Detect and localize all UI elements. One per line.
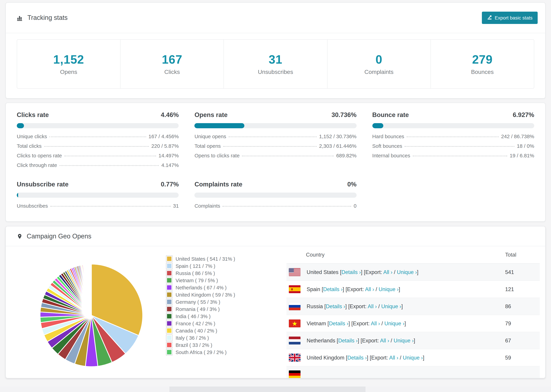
export-icon	[487, 15, 492, 21]
dotted-leader	[223, 206, 351, 207]
rate-row-complaints: Complaints0	[195, 203, 357, 212]
rate-row-unique-clicks: Unique clicks167 / 4.456%	[17, 133, 179, 143]
country-links: [Details ›] [Export: All › / Unique ›]	[346, 355, 424, 360]
rate-row-value: 19 / 6.81%	[510, 153, 534, 158]
rates-card: Clicks rate4.46%Unique clicks167 / 4.456…	[6, 103, 545, 222]
country-name: Russia	[307, 303, 324, 309]
legend-item-india[interactable]: India ( 46 / 3% )	[166, 313, 286, 320]
export-all-link[interactable]: All ›	[389, 355, 398, 360]
rate-block-bounce-rate: Bounce rate6.927%Hard bounces242 / 86.73…	[372, 111, 534, 172]
dotted-leader	[407, 136, 499, 137]
country-cell: Vietnam [Details ›] [Export: All › / Uni…	[306, 315, 505, 332]
legend-item-netherlands[interactable]: Netherlands ( 67 / 4% )	[166, 284, 286, 291]
rate-value: 0.77%	[161, 181, 179, 188]
geo-pie-column	[17, 246, 166, 378]
export-unique-link[interactable]: Unique ›	[379, 286, 399, 292]
legend-item-canada[interactable]: Canada ( 40 / 2% )	[166, 327, 286, 334]
country-cell: United States [Details ›] [Export: All ›…	[306, 264, 505, 281]
rate-row-value: 167 / 4.456%	[148, 133, 179, 139]
country-cell: Spain [Details ›] [Export: All › / Uniqu…	[306, 281, 505, 298]
details-link[interactable]: Details ›	[329, 320, 348, 326]
tracking-stats-title: Tracking stats	[17, 14, 68, 21]
rate-row-hard-bounces: Hard bounces242 / 86.738%	[372, 133, 534, 143]
export-all-link[interactable]: All ›	[365, 286, 374, 292]
export-all-link[interactable]: All ›	[371, 320, 380, 326]
legend-item-spain[interactable]: Spain ( 121 / 7% )	[166, 262, 286, 270]
rate-row-label: Hard bounces	[372, 133, 404, 139]
legend-item-vietnam[interactable]: Vietnam ( 79 / 5% )	[166, 277, 286, 284]
geo-table-row-united-kingdom: United Kingdom [Details ›] [Export: All …	[286, 349, 540, 366]
flag-icon-nl	[289, 336, 306, 344]
horizontal-scrollbar-track[interactable]	[0, 386, 551, 392]
legend-item-italy[interactable]: Italy ( 36 / 2% )	[166, 334, 286, 341]
rate-row-clicks-to-opens-rate: Clicks to opens rate14.497%	[17, 153, 179, 162]
geo-table-row-germany	[286, 366, 540, 378]
dotted-leader	[64, 156, 156, 156]
legend-item-united-kingdom[interactable]: United Kingdom ( 59 / 3% )	[166, 291, 286, 298]
flag-icon-de	[289, 371, 306, 378]
details-link[interactable]: Details ›	[326, 303, 345, 309]
horizontal-scrollbar-thumb[interactable]	[170, 386, 366, 392]
legend-label: United Kingdom ( 59 / 3% )	[176, 292, 235, 297]
legend-label: France ( 42 / 2% )	[176, 321, 215, 326]
details-link[interactable]: Details ›	[347, 355, 367, 360]
legend-item-romania[interactable]: Romania ( 49 / 3% )	[166, 305, 286, 313]
rate-progress-bar	[372, 123, 534, 128]
legend-item-brazil[interactable]: Brazil ( 33 / 2% )	[166, 341, 286, 349]
stat-label: Opens	[60, 69, 77, 75]
tracking-stats-header: Tracking stats Export basic stats	[6, 3, 545, 33]
rate-block-clicks-rate: Clicks rate4.46%Unique clicks167 / 4.456…	[17, 111, 179, 172]
rate-progress-bar	[195, 123, 357, 128]
legend-swatch	[166, 291, 172, 298]
campaign-geo-opens-card: Campaign Geo Opens United States ( 541 /…	[6, 226, 545, 378]
rate-row-label: Click through rate	[17, 162, 57, 168]
legend-label: United States ( 541 / 31% )	[176, 256, 235, 261]
geo-header: Campaign Geo Opens	[6, 226, 545, 246]
rate-progress-bar	[17, 123, 179, 128]
export-all-link[interactable]: All ›	[380, 337, 389, 343]
details-link[interactable]: Details ›	[323, 286, 343, 292]
tracking-stats-title-text: Tracking stats	[27, 14, 68, 21]
stat-value: 167	[162, 53, 182, 66]
stat-value: 0	[375, 53, 382, 66]
rate-row-value: 2,303 / 61.446%	[319, 143, 357, 149]
legend-label: Romania ( 49 / 3% )	[176, 306, 220, 312]
rate-row-click-through-rate: Click through rate4.147%	[17, 162, 179, 172]
rate-value: 30.736%	[332, 111, 356, 119]
legend-item-south-africa[interactable]: South Africa ( 29 / 2% )	[166, 349, 286, 356]
legend-label: Vietnam ( 79 / 5% )	[176, 278, 218, 283]
rate-row-label: Unsubscribes	[17, 203, 48, 209]
export-unique-link[interactable]: Unique ›	[403, 355, 423, 360]
legend-item-germany[interactable]: Germany ( 55 / 3% )	[166, 298, 286, 305]
export-button-label: Export basic stats	[495, 15, 532, 21]
export-unique-link[interactable]: Unique ›	[384, 320, 404, 326]
legend-item-france[interactable]: France ( 42 / 2% )	[166, 320, 286, 327]
dotted-leader	[242, 156, 334, 156]
details-link[interactable]: Details ›	[341, 269, 361, 275]
export-unique-link[interactable]: Unique ›	[381, 303, 401, 309]
legend-swatch	[166, 263, 172, 269]
stat-value: 279	[472, 53, 493, 66]
total-cell	[505, 366, 540, 378]
legend-label: South Africa ( 29 / 2% )	[176, 350, 226, 355]
dotted-leader	[404, 146, 514, 147]
legend-item-russia[interactable]: Russia ( 86 / 5% )	[166, 270, 286, 277]
legend-item-united-states[interactable]: United States ( 541 / 31% )	[166, 255, 286, 262]
rate-value: 6.927%	[513, 111, 534, 119]
export-basic-stats-button[interactable]: Export basic stats	[482, 12, 538, 24]
rate-row-value: 14.497%	[158, 153, 179, 158]
stat-value: 31	[269, 53, 282, 66]
rate-row-label: Soft bounces	[372, 143, 402, 149]
export-all-link[interactable]: All ›	[383, 269, 392, 275]
legend-label: Italy ( 36 / 2% )	[176, 335, 209, 341]
rate-row-soft-bounces: Soft bounces18 / 0%	[372, 143, 534, 153]
country-name: United Kingdom	[307, 355, 346, 360]
legend-swatch	[166, 270, 172, 276]
rate-row-total-opens: Total opens2,303 / 61.446%	[195, 143, 357, 153]
export-all-link[interactable]: All ›	[368, 303, 377, 309]
export-unique-link[interactable]: Unique ›	[397, 269, 417, 275]
legend-label: Netherlands ( 67 / 4% )	[176, 285, 226, 290]
export-unique-link[interactable]: Unique ›	[394, 337, 414, 343]
legend-label: Germany ( 55 / 3% )	[176, 299, 220, 305]
details-link[interactable]: Details ›	[338, 337, 358, 343]
